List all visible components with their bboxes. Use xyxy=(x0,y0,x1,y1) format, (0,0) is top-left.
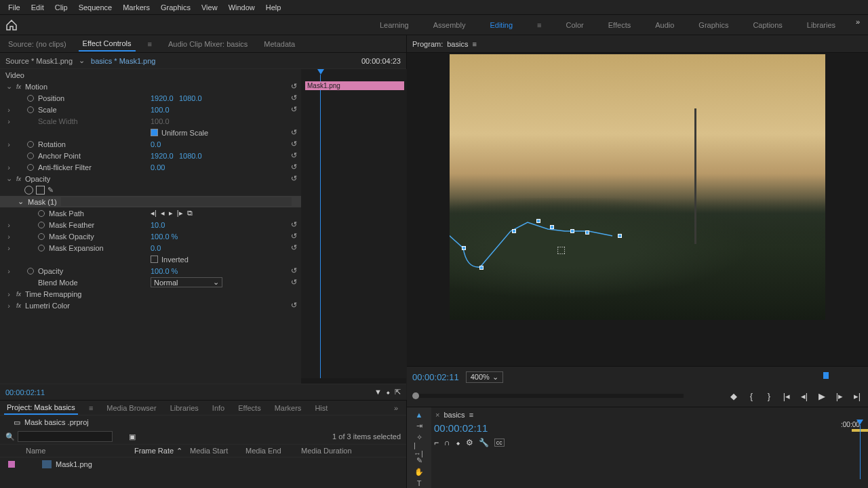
overflow-icon[interactable]: » xyxy=(391,402,401,414)
project-item-row[interactable]: Mask1.png xyxy=(0,458,406,471)
mask-vertex[interactable] xyxy=(462,246,466,250)
mask-item[interactable]: Mask (1) xyxy=(28,198,57,206)
flicker-value[interactable]: 0.00 xyxy=(151,163,165,171)
cc-icon[interactable]: cc xyxy=(494,439,505,447)
menu-clip[interactable]: Clip xyxy=(50,1,73,14)
tab-markers[interactable]: Markers xyxy=(272,402,304,414)
panel-menu-icon[interactable]: ≡ xyxy=(469,411,473,419)
stopwatch-icon[interactable] xyxy=(27,95,34,102)
video-preview[interactable]: ⬚ xyxy=(450,54,825,320)
fx-badge-icon[interactable]: fx xyxy=(16,291,21,298)
go-to-out-icon[interactable]: ▸| xyxy=(852,391,863,401)
settings-icon[interactable]: ⚙ xyxy=(466,438,473,447)
workspace-captions[interactable]: Captions xyxy=(747,18,787,32)
stopwatch-icon[interactable] xyxy=(27,106,34,113)
sequence-clip-link[interactable]: basics * Mask1.png xyxy=(91,57,155,65)
twirl-icon[interactable]: › xyxy=(5,267,12,275)
rotation-value[interactable]: 0.0 xyxy=(151,140,161,148)
twirl-icon[interactable]: ⌄ xyxy=(5,82,12,91)
twirl-icon[interactable]: › xyxy=(5,244,12,252)
mask-tracking-controls[interactable]: ◂|◂▸|▸⧉ xyxy=(151,209,193,218)
uniform-scale-checkbox[interactable] xyxy=(151,129,158,136)
reset-icon[interactable]: ↺ xyxy=(291,105,297,114)
inverted-checkbox[interactable] xyxy=(151,256,158,263)
reset-icon[interactable]: ↺ xyxy=(291,94,297,102)
reset-icon[interactable]: ↺ xyxy=(291,301,297,310)
new-bin-icon[interactable]: ▣ xyxy=(129,432,136,441)
horizontal-scrollbar[interactable] xyxy=(301,378,406,384)
workspace-editing[interactable]: Editing xyxy=(484,18,518,32)
bin-icon[interactable]: ▭ xyxy=(14,418,20,427)
track-fwd-icon[interactable]: ▸ xyxy=(169,209,173,218)
col-media-end[interactable]: Media End xyxy=(245,447,301,455)
blend-mode-select[interactable]: Normal⌄ xyxy=(151,277,222,287)
filter-icon[interactable]: ▼ xyxy=(374,388,382,396)
mask-vertex[interactable] xyxy=(536,219,540,223)
twirl-icon[interactable]: › xyxy=(5,232,12,241)
reset-icon[interactable]: ↺ xyxy=(291,163,297,171)
effect-timeline[interactable]: Mask1.png xyxy=(301,69,407,400)
razor-tool-icon[interactable]: |↔| xyxy=(414,444,425,455)
timeline-timecode[interactable]: 00:00:02:11 xyxy=(431,422,868,436)
workspace-audio[interactable]: Audio xyxy=(650,18,679,32)
workspace-learning[interactable]: Learning xyxy=(374,18,414,32)
track-back-icon[interactable]: ◂ xyxy=(161,209,165,218)
rectangle-mask-icon[interactable] xyxy=(36,186,45,195)
reset-icon[interactable]: ↺ xyxy=(291,128,297,137)
timeline-playhead-icon[interactable] xyxy=(856,420,863,425)
timeline-ruler[interactable]: :00:00 00:00:14:23 00:00:29:23 xyxy=(838,420,863,481)
mask-feather-value[interactable]: 10.0 xyxy=(151,221,165,229)
tab-metadata[interactable]: Metadata xyxy=(260,37,299,51)
reset-icon[interactable]: ↺ xyxy=(291,278,297,287)
program-monitor[interactable]: ⬚ xyxy=(407,53,868,366)
mask-vertex[interactable] xyxy=(550,225,554,229)
stopwatch-icon[interactable] xyxy=(38,233,45,240)
workspace-effects[interactable]: Effects xyxy=(603,18,636,32)
tab-effects[interactable]: Effects xyxy=(235,402,263,414)
tab-history[interactable]: Hist xyxy=(312,402,330,414)
reset-icon[interactable]: ↺ xyxy=(291,232,297,241)
menu-help[interactable]: Help xyxy=(260,1,287,14)
scrub-handle[interactable] xyxy=(823,372,829,379)
panel-menu-icon[interactable]: ≡ xyxy=(144,37,156,51)
stopwatch-icon[interactable] xyxy=(27,164,34,171)
mask-vertex[interactable] xyxy=(570,229,574,233)
zoom-select[interactable]: 400%⌄ xyxy=(466,371,503,383)
tab-info[interactable]: Info xyxy=(210,402,227,414)
workspace-graphics[interactable]: Graphics xyxy=(693,18,734,32)
mask-opacity-value[interactable]: 100.0 % xyxy=(151,232,178,241)
stopwatch-icon[interactable] xyxy=(27,152,34,159)
col-frame-rate[interactable]: Frame Rate⌃ xyxy=(134,447,190,455)
anchor-y-value[interactable]: 1080.0 xyxy=(179,152,202,160)
col-media-duration[interactable]: Media Duration xyxy=(301,447,369,455)
stopwatch-icon[interactable] xyxy=(27,268,34,274)
tab-media-browser[interactable]: Media Browser xyxy=(104,402,159,414)
chevron-down-icon[interactable]: ⌄ xyxy=(77,56,87,65)
fx-badge-icon[interactable]: fx xyxy=(16,302,21,309)
workspace-libraries[interactable]: Libraries xyxy=(802,18,841,32)
menu-sequence[interactable]: Sequence xyxy=(73,1,118,14)
tab-source[interactable]: Source: (no clips) xyxy=(4,37,71,51)
ellipse-mask-icon[interactable] xyxy=(24,186,33,195)
effect-lumetri[interactable]: Lumetri Color xyxy=(25,302,70,310)
twirl-icon[interactable]: › xyxy=(5,106,12,114)
tab-effect-controls[interactable]: Effect Controls xyxy=(79,37,136,52)
effect-motion[interactable]: Motion xyxy=(25,83,47,91)
fx-badge-icon[interactable]: fx xyxy=(16,83,21,90)
home-icon[interactable] xyxy=(5,19,18,31)
mask-selection-bar[interactable] xyxy=(61,197,292,206)
reset-icon[interactable]: ↺ xyxy=(291,266,297,275)
export-icon[interactable]: ⇱ xyxy=(395,388,401,396)
position-x-value[interactable]: 1920.0 xyxy=(151,94,174,102)
twirl-icon[interactable]: › xyxy=(5,140,12,148)
slider-thumb[interactable] xyxy=(412,392,419,399)
stopwatch-icon[interactable] xyxy=(27,141,34,148)
tab-libraries[interactable]: Libraries xyxy=(167,402,201,414)
mark-out-icon[interactable]: } xyxy=(764,391,774,401)
mask-vertex[interactable] xyxy=(512,229,516,233)
wrench-icon[interactable]: 🔧 xyxy=(479,438,489,447)
clip-block[interactable]: Mask1.png xyxy=(305,81,404,90)
reset-icon[interactable]: ↺ xyxy=(291,174,297,183)
mask-expansion-value[interactable]: 0.0 xyxy=(151,244,161,252)
twirl-icon[interactable]: › xyxy=(5,221,12,229)
